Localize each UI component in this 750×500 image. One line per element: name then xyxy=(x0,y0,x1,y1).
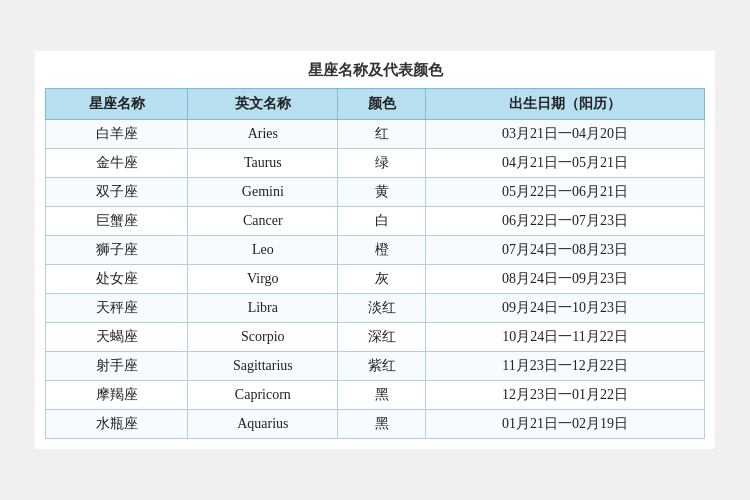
zodiac-dates: 01月21日一02月19日 xyxy=(426,410,705,439)
zodiac-dates: 12月23日一01月22日 xyxy=(426,381,705,410)
zodiac-english: Scorpio xyxy=(188,323,338,352)
table-header-row: 星座名称英文名称颜色出生日期（阳历） xyxy=(46,89,705,120)
zodiac-dates: 11月23日一12月22日 xyxy=(426,352,705,381)
zodiac-english: Aquarius xyxy=(188,410,338,439)
zodiac-color: 淡红 xyxy=(338,294,426,323)
header-col-3: 出生日期（阳历） xyxy=(426,89,705,120)
header-col-2: 颜色 xyxy=(338,89,426,120)
zodiac-english: Virgo xyxy=(188,265,338,294)
page-title: 星座名称及代表颜色 xyxy=(45,61,705,80)
table-row: 天蝎座Scorpio深红10月24日一11月22日 xyxy=(46,323,705,352)
zodiac-name: 金牛座 xyxy=(46,149,188,178)
zodiac-dates: 06月22日一07月23日 xyxy=(426,207,705,236)
zodiac-name: 水瓶座 xyxy=(46,410,188,439)
zodiac-name: 射手座 xyxy=(46,352,188,381)
table-row: 金牛座Taurus绿04月21日一05月21日 xyxy=(46,149,705,178)
zodiac-english: Sagittarius xyxy=(188,352,338,381)
zodiac-color: 紫红 xyxy=(338,352,426,381)
zodiac-dates: 03月21日一04月20日 xyxy=(426,120,705,149)
zodiac-dates: 05月22日一06月21日 xyxy=(426,178,705,207)
table-row: 摩羯座Capricorn黑12月23日一01月22日 xyxy=(46,381,705,410)
main-container: 星座名称及代表颜色 星座名称英文名称颜色出生日期（阳历） 白羊座Aries红03… xyxy=(35,51,715,449)
zodiac-english: Capricorn xyxy=(188,381,338,410)
zodiac-name: 天蝎座 xyxy=(46,323,188,352)
zodiac-name: 巨蟹座 xyxy=(46,207,188,236)
zodiac-dates: 09月24日一10月23日 xyxy=(426,294,705,323)
table-row: 巨蟹座Cancer白06月22日一07月23日 xyxy=(46,207,705,236)
zodiac-color: 橙 xyxy=(338,236,426,265)
zodiac-name: 处女座 xyxy=(46,265,188,294)
zodiac-color: 绿 xyxy=(338,149,426,178)
header-col-1: 英文名称 xyxy=(188,89,338,120)
table-row: 水瓶座Aquarius黑01月21日一02月19日 xyxy=(46,410,705,439)
zodiac-dates: 10月24日一11月22日 xyxy=(426,323,705,352)
zodiac-english: Taurus xyxy=(188,149,338,178)
zodiac-color: 白 xyxy=(338,207,426,236)
zodiac-name: 狮子座 xyxy=(46,236,188,265)
zodiac-english: Cancer xyxy=(188,207,338,236)
zodiac-name: 双子座 xyxy=(46,178,188,207)
zodiac-name: 天秤座 xyxy=(46,294,188,323)
zodiac-color: 黑 xyxy=(338,381,426,410)
zodiac-english: Aries xyxy=(188,120,338,149)
zodiac-name: 白羊座 xyxy=(46,120,188,149)
zodiac-dates: 07月24日一08月23日 xyxy=(426,236,705,265)
zodiac-dates: 04月21日一05月21日 xyxy=(426,149,705,178)
header-col-0: 星座名称 xyxy=(46,89,188,120)
zodiac-dates: 08月24日一09月23日 xyxy=(426,265,705,294)
zodiac-name: 摩羯座 xyxy=(46,381,188,410)
zodiac-table: 星座名称英文名称颜色出生日期（阳历） 白羊座Aries红03月21日一04月20… xyxy=(45,88,705,439)
zodiac-color: 灰 xyxy=(338,265,426,294)
zodiac-color: 黑 xyxy=(338,410,426,439)
zodiac-color: 红 xyxy=(338,120,426,149)
zodiac-color: 深红 xyxy=(338,323,426,352)
table-row: 天秤座Libra淡红09月24日一10月23日 xyxy=(46,294,705,323)
zodiac-color: 黄 xyxy=(338,178,426,207)
table-row: 白羊座Aries红03月21日一04月20日 xyxy=(46,120,705,149)
table-row: 射手座Sagittarius紫红11月23日一12月22日 xyxy=(46,352,705,381)
table-row: 双子座Gemini黄05月22日一06月21日 xyxy=(46,178,705,207)
zodiac-english: Libra xyxy=(188,294,338,323)
zodiac-english: Gemini xyxy=(188,178,338,207)
table-row: 狮子座Leo橙07月24日一08月23日 xyxy=(46,236,705,265)
table-row: 处女座Virgo灰08月24日一09月23日 xyxy=(46,265,705,294)
zodiac-english: Leo xyxy=(188,236,338,265)
